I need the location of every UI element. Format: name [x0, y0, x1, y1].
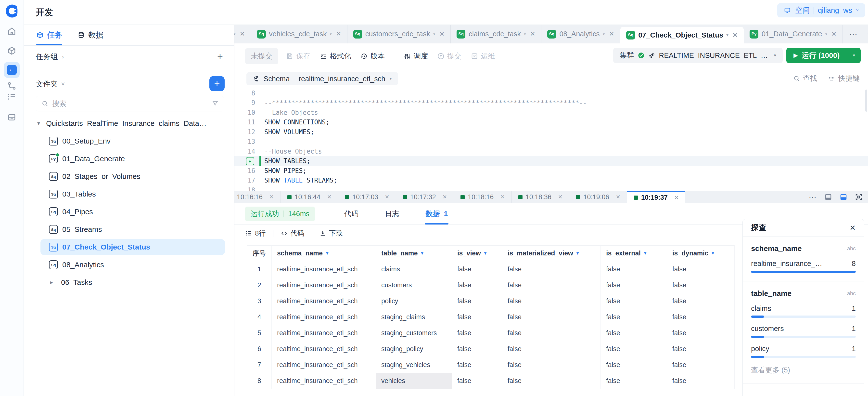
- table-cell[interactable]: false: [452, 373, 502, 389]
- table-cell[interactable]: realtime_insurance_etl_sch: [272, 277, 376, 293]
- editor-tab[interactable]: Sq08_Analytics▾✕: [541, 25, 620, 44]
- add-file-button[interactable]: +: [209, 76, 225, 91]
- result-panel-tab[interactable]: 数据_1: [426, 203, 448, 225]
- editor-tab[interactable]: Py01_Data_Generate▾✕: [744, 25, 843, 44]
- sort-icon[interactable]: ▼: [483, 251, 488, 256]
- table-cell[interactable]: false: [667, 373, 735, 389]
- sort-icon[interactable]: ▼: [576, 251, 580, 256]
- table-cell[interactable]: false: [452, 309, 502, 325]
- add-task-group-button[interactable]: +: [217, 51, 223, 62]
- table-cell[interactable]: staging_customers: [376, 325, 452, 341]
- editor-tab[interactable]: Sqclaims_cdc_task▾✕: [451, 25, 541, 44]
- logs-icon[interactable]: [7, 92, 17, 102]
- result-tab[interactable]: 10:16:16✕: [234, 191, 281, 203]
- close-icon[interactable]: ✕: [849, 224, 856, 232]
- table-cell[interactable]: false: [502, 357, 601, 373]
- table-cell[interactable]: claims: [376, 261, 452, 277]
- sort-icon[interactable]: ▼: [711, 251, 715, 256]
- table-cell[interactable]: staging_policy: [376, 341, 452, 357]
- new-tab-button[interactable]: +: [866, 29, 868, 39]
- result-tab[interactable]: 10:18:16✕: [454, 191, 512, 203]
- table-cell[interactable]: false: [667, 357, 735, 373]
- column-header[interactable]: is_dynamic▼: [667, 245, 735, 261]
- editor-tab[interactable]: ▾✕: [234, 25, 251, 44]
- more-icon[interactable]: ⋯: [809, 192, 817, 202]
- table-cell[interactable]: realtime_insurance_etl_sch: [272, 373, 376, 389]
- table-cell[interactable]: false: [502, 261, 601, 277]
- table-cell[interactable]: false: [667, 293, 735, 309]
- close-icon[interactable]: ✕: [385, 194, 389, 200]
- sidebar-item-develop[interactable]: ›_: [4, 62, 20, 78]
- explore-value[interactable]: realtime_insurance_…8: [751, 260, 856, 273]
- table-cell[interactable]: false: [601, 309, 667, 325]
- column-header[interactable]: is_materialized_view▼: [502, 245, 601, 261]
- format-button[interactable]: 格式化: [320, 51, 351, 61]
- result-tab[interactable]: 10:16:44✕: [281, 191, 339, 203]
- close-icon[interactable]: ✕: [269, 194, 274, 200]
- table-cell[interactable]: false: [452, 261, 502, 277]
- fullscreen-icon[interactable]: [855, 193, 863, 201]
- table-cell[interactable]: 8: [247, 373, 272, 389]
- view-code-button[interactable]: 代码: [281, 229, 304, 238]
- pipeline-icon[interactable]: [7, 81, 17, 91]
- tree-folder[interactable]: ▸06_Tasks: [24, 274, 234, 291]
- tree-item[interactable]: Sq02_Stages_or_Volumes: [24, 168, 234, 185]
- table-cell[interactable]: false: [667, 261, 735, 277]
- close-icon[interactable]: ✕: [439, 30, 445, 38]
- table-cell[interactable]: false: [502, 277, 601, 293]
- table-cell[interactable]: false: [601, 357, 667, 373]
- table-cell[interactable]: realtime_insurance_etl_sch: [272, 293, 376, 309]
- table-cell[interactable]: false: [502, 293, 601, 309]
- tree-item[interactable]: Sq08_Analytics: [24, 256, 234, 274]
- table-cell[interactable]: false: [502, 341, 601, 357]
- table-cell[interactable]: 4: [247, 309, 272, 325]
- sort-icon[interactable]: ▼: [325, 251, 329, 256]
- tree-item[interactable]: Sq00_Setup_Env: [24, 132, 234, 150]
- tree-item[interactable]: Sq07_Check_Object_Status: [24, 238, 234, 256]
- explore-value[interactable]: customers1: [751, 324, 856, 338]
- table-cell[interactable]: 6: [247, 341, 272, 357]
- editor-tab[interactable]: Sqcustomers_cdc_task▾✕: [347, 25, 451, 44]
- view-more-link[interactable]: 查看更多 (5): [751, 365, 856, 375]
- filter-icon[interactable]: [212, 101, 218, 107]
- layout-split-icon[interactable]: [840, 193, 847, 201]
- close-icon[interactable]: ✕: [240, 30, 245, 38]
- sort-icon[interactable]: ▼: [643, 251, 647, 256]
- result-panel-tab[interactable]: 代码: [344, 203, 359, 225]
- table-cell[interactable]: realtime_insurance_etl_sch: [272, 357, 376, 373]
- editor-tab[interactable]: Sqvehicles_cdc_task▾✕: [251, 25, 347, 44]
- sort-icon[interactable]: ▼: [420, 251, 425, 256]
- tab-data[interactable]: 数据: [78, 25, 103, 46]
- table-cell[interactable]: false: [601, 277, 667, 293]
- table-cell[interactable]: false: [601, 341, 667, 357]
- explore-value[interactable]: policy1: [751, 345, 856, 358]
- table-cell[interactable]: 2: [247, 277, 272, 293]
- run-button[interactable]: ▶ 运行 (1000) ˅: [786, 48, 861, 63]
- close-icon[interactable]: ✕: [831, 30, 837, 38]
- table-cell[interactable]: realtime_insurance_etl_sch: [272, 309, 376, 325]
- tree-item[interactable]: Sq04_Pipes: [24, 203, 234, 221]
- table-cell[interactable]: false: [667, 341, 735, 357]
- code-editor[interactable]: 89--************************************…: [234, 88, 868, 191]
- table-cell[interactable]: false: [601, 373, 667, 389]
- table-cell[interactable]: false: [601, 293, 667, 309]
- table-cell[interactable]: false: [601, 261, 667, 277]
- table-cell[interactable]: customers: [376, 277, 452, 293]
- editor-tab[interactable]: Sq07_Check_Object_Status▾✕: [620, 27, 744, 44]
- result-tab[interactable]: 10:18:36✕: [512, 191, 569, 203]
- explore-value[interactable]: claims1: [751, 305, 856, 318]
- result-tab[interactable]: 10:19:06✕: [569, 191, 627, 203]
- table-cell[interactable]: 5: [247, 325, 272, 341]
- column-header[interactable]: is_external▼: [601, 245, 667, 261]
- task-group-row[interactable]: 任务组 › +: [24, 46, 234, 68]
- table-cell[interactable]: false: [452, 293, 502, 309]
- run-line-button[interactable]: ▶: [246, 157, 254, 165]
- result-tab[interactable]: 10:17:03✕: [338, 191, 396, 203]
- schedule-button[interactable]: 调度: [404, 51, 428, 61]
- result-tab[interactable]: 10:19:37✕: [627, 191, 686, 203]
- storage-icon[interactable]: [7, 112, 17, 122]
- shortcuts-button[interactable]: 快捷键: [828, 74, 860, 83]
- version-button[interactable]: 版本: [361, 51, 385, 61]
- table-cell[interactable]: false: [502, 309, 601, 325]
- download-button[interactable]: 下载: [319, 229, 343, 238]
